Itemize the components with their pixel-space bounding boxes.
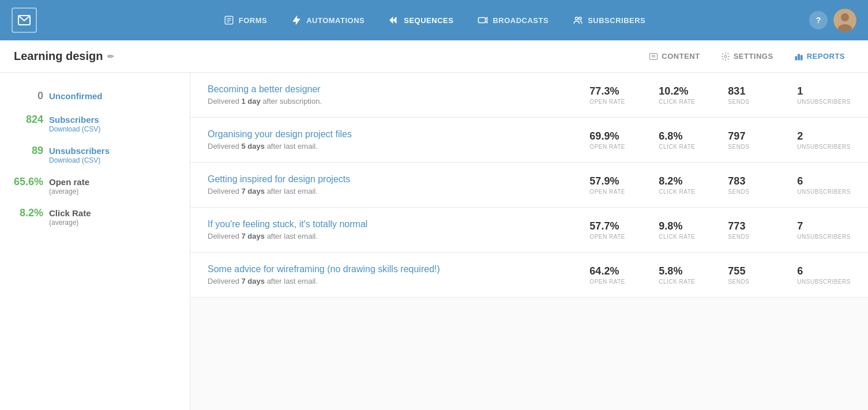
- email-title[interactable]: Some advice for wireframing (no drawing …: [208, 264, 578, 274]
- page-tabs: CONTENT SETTINGS REPORTS: [640, 48, 854, 65]
- svg-point-7: [576, 17, 578, 20]
- stat-subscribers: 824 Subscribers Download (CSV): [12, 114, 178, 133]
- settings-icon: [721, 52, 730, 61]
- automations-label: AUTOMATIONS: [306, 16, 365, 25]
- open-rate-number: 65.6%: [12, 176, 43, 188]
- unsubscribers-number: 89: [12, 145, 43, 157]
- sidebar: 0 Unconfirmed 824 Subscribers Download (…: [0, 73, 190, 410]
- unsubscribers-col: 7 UNSUBSCRIBERS: [797, 220, 851, 240]
- open-rate-value: 77.3%: [589, 85, 636, 97]
- help-button[interactable]: ?: [809, 11, 828, 29]
- tab-settings[interactable]: SETTINGS: [712, 48, 783, 65]
- email-stats: 57.9% OPEN RATE 8.2% CLICK RATE 783 SEND…: [589, 175, 851, 195]
- sends-col: 755 SENDS: [728, 265, 774, 285]
- table-row: Organising your design project files Del…: [190, 118, 868, 163]
- subscribers-label: SUBSCRIBERS: [588, 16, 645, 25]
- nav-item-automations[interactable]: AUTOMATIONS: [281, 10, 375, 30]
- email-title[interactable]: Becoming a better designer: [208, 84, 578, 95]
- sends-col: 797 SENDS: [728, 130, 774, 150]
- sequences-icon: [389, 15, 399, 25]
- page-title: Learning design ✏: [14, 50, 640, 63]
- table-row: Getting inspired for design projects Del…: [190, 163, 868, 208]
- edit-icon[interactable]: ✏: [107, 52, 114, 61]
- nav-item-forms[interactable]: FORMS: [213, 10, 277, 30]
- broadcasts-label: BROADCASTS: [493, 16, 548, 25]
- svg-rect-18: [801, 55, 802, 60]
- unsubscribers-col: 6 UNSUBSCRIBERS: [797, 265, 851, 285]
- navigation: FORMS AUTOMATIONS SEQUENCES BROADCASTS S…: [0, 0, 868, 40]
- table-row: If you're feeling stuck, it's totally no…: [190, 208, 868, 253]
- stat-unconfirmed: 0 Unconfirmed: [12, 90, 178, 102]
- email-stats: 57.7% OPEN RATE 9.8% CLICK RATE 773 SEND…: [589, 220, 851, 240]
- stat-unsubscribers: 89 Unsubscribers Download (CSV): [12, 145, 178, 164]
- email-title[interactable]: Getting inspired for design projects: [208, 174, 578, 185]
- unsubscribers-label[interactable]: Unsubscribers: [49, 146, 110, 156]
- email-delivery: Delivered 7 days after last email.: [208, 277, 578, 285]
- open-rate-col: 64.2% OPEN RATE: [589, 265, 636, 285]
- email-list: Becoming a better designer Delivered 1 d…: [190, 73, 868, 410]
- email-info: Some advice for wireframing (no drawing …: [208, 264, 578, 285]
- nav-items: FORMS AUTOMATIONS SEQUENCES BROADCASTS S…: [60, 10, 809, 30]
- unsubscribers-col: 6 UNSUBSCRIBERS: [797, 175, 851, 195]
- sequences-label: SEQUENCES: [404, 16, 453, 25]
- open-rate-label: Open rate: [49, 177, 89, 187]
- open-rate-desc: (average): [49, 187, 89, 195]
- svg-rect-6: [479, 18, 486, 23]
- nav-item-subscribers[interactable]: SUBSCRIBERS: [562, 10, 656, 30]
- open-rate-col: 57.7% OPEN RATE: [589, 220, 636, 240]
- email-stats: 69.9% OPEN RATE 6.8% CLICK RATE 797 SEND…: [589, 130, 851, 150]
- open-rate-col: 77.3% OPEN RATE: [589, 85, 636, 105]
- svg-marker-5: [293, 16, 300, 25]
- table-row: Becoming a better designer Delivered 1 d…: [190, 73, 868, 118]
- unsubscribers-download[interactable]: Download (CSV): [49, 156, 110, 164]
- unsubscribers-col: 2 UNSUBSCRIBERS: [797, 130, 851, 150]
- logo[interactable]: [12, 7, 37, 33]
- email-delivery: Delivered 5 days after last email.: [208, 142, 578, 151]
- email-info: Getting inspired for design projects Del…: [208, 174, 578, 195]
- tab-reports[interactable]: REPORTS: [785, 48, 854, 65]
- sends-col: 831 SENDS: [728, 85, 774, 105]
- subscribers-download[interactable]: Download (CSV): [49, 125, 100, 133]
- subscribers-label[interactable]: Subscribers: [49, 115, 100, 125]
- open-rate-col: 69.9% OPEN RATE: [589, 130, 636, 150]
- email-delivery: Delivered 7 days after last email.: [208, 187, 578, 195]
- unconfirmed-label[interactable]: Unconfirmed: [49, 91, 103, 101]
- content-icon: [649, 52, 658, 61]
- forms-icon: [224, 15, 234, 25]
- email-stats: 77.3% OPEN RATE 10.2% CLICK RATE 831 SEN…: [589, 85, 851, 105]
- avatar-image: [833, 9, 856, 32]
- tab-content[interactable]: CONTENT: [640, 48, 709, 65]
- avatar[interactable]: [833, 9, 856, 32]
- mail-icon: [17, 13, 31, 27]
- email-delivery: Delivered 1 day after subscription.: [208, 97, 578, 106]
- main-content: 0 Unconfirmed 824 Subscribers Download (…: [0, 73, 868, 410]
- subscribers-icon: [573, 15, 583, 25]
- click-rate-col: 6.8% CLICK RATE: [659, 130, 705, 150]
- email-title[interactable]: If you're feeling stuck, it's totally no…: [208, 219, 578, 230]
- nav-item-broadcasts[interactable]: BROADCASTS: [467, 10, 559, 30]
- click-rate-col: 5.8% CLICK RATE: [659, 265, 705, 285]
- forms-label: FORMS: [239, 16, 267, 25]
- click-rate-value: 10.2%: [659, 85, 705, 97]
- email-info: Becoming a better designer Delivered 1 d…: [208, 84, 578, 106]
- email-title[interactable]: Organising your design project files: [208, 129, 578, 140]
- click-rate-label: Click Rate: [49, 208, 91, 218]
- sends-col: 783 SENDS: [728, 175, 774, 195]
- broadcasts-icon: [478, 15, 488, 25]
- email-stats: 64.2% OPEN RATE 5.8% CLICK RATE 755 SEND…: [589, 265, 851, 285]
- stat-click-rate: 8.2% Click Rate (average): [12, 207, 178, 227]
- svg-rect-12: [650, 53, 657, 59]
- svg-point-15: [724, 55, 727, 58]
- open-rate-col: 57.9% OPEN RATE: [589, 175, 636, 195]
- svg-rect-16: [795, 57, 797, 60]
- unsubscribers-value: 1: [797, 85, 851, 97]
- click-rate-desc: (average): [49, 219, 91, 227]
- svg-rect-17: [798, 54, 799, 60]
- click-rate-number: 8.2%: [12, 207, 43, 219]
- table-row: Some advice for wireframing (no drawing …: [190, 253, 868, 298]
- unconfirmed-number: 0: [12, 90, 43, 102]
- svg-point-8: [579, 17, 582, 20]
- nav-item-sequences[interactable]: SEQUENCES: [378, 10, 464, 30]
- email-info: If you're feeling stuck, it's totally no…: [208, 219, 578, 240]
- sends-value: 831: [728, 85, 774, 97]
